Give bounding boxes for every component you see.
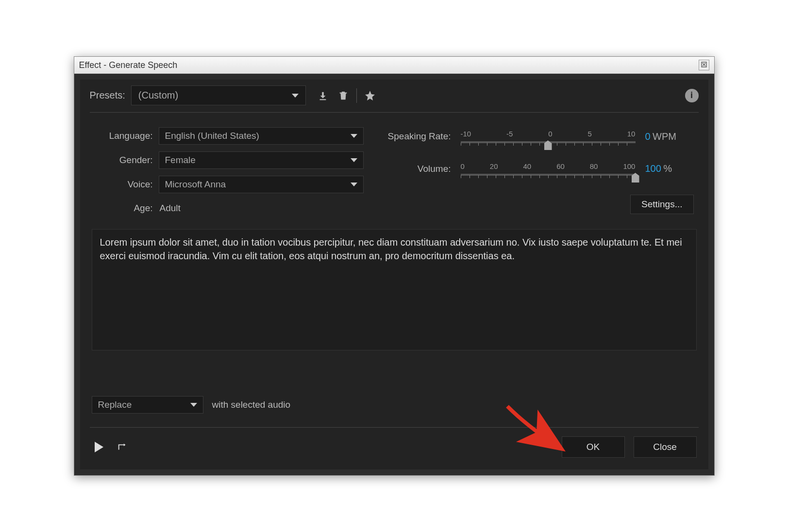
voice-settings-column: Language: English (United States) Gender… xyxy=(95,127,364,216)
voice-dropdown[interactable]: Microsoft Anna xyxy=(159,176,364,193)
footer: OK Close xyxy=(90,427,699,460)
dialog-title: Effect - Generate Speech xyxy=(79,60,178,70)
presets-label: Presets: xyxy=(90,90,125,101)
gender-dropdown[interactable]: Female xyxy=(159,151,364,169)
speaking-rate-thumb[interactable] xyxy=(544,140,552,150)
age-value: Adult xyxy=(159,200,364,216)
chevron-down-icon xyxy=(351,134,357,138)
speech-text-input[interactable] xyxy=(92,229,697,350)
slider-column: Speaking Rate: -10 -5 0 5 10 xyxy=(378,127,694,216)
volume-label: Volume: xyxy=(378,164,451,174)
age-label: Age: xyxy=(95,203,153,214)
volume-ticks: 0 20 40 60 80 100 xyxy=(461,162,636,170)
ok-button[interactable]: OK xyxy=(562,436,625,458)
language-value: English (United States) xyxy=(165,131,259,141)
window-close-button[interactable] xyxy=(699,60,709,70)
gender-label: Gender: xyxy=(95,155,153,166)
volume-thumb[interactable] xyxy=(632,173,639,183)
replace-mode-dropdown[interactable]: Replace xyxy=(92,396,203,414)
delete-preset-icon[interactable] xyxy=(336,88,351,103)
chevron-down-icon xyxy=(351,183,357,186)
titlebar: Effect - Generate Speech xyxy=(74,57,714,74)
replace-mode-value: Replace xyxy=(98,399,132,410)
info-icon[interactable]: i xyxy=(685,89,699,102)
volume-value[interactable]: 100 xyxy=(645,163,661,174)
language-dropdown[interactable]: English (United States) xyxy=(159,127,364,145)
chevron-down-icon xyxy=(292,94,299,98)
play-icon xyxy=(95,442,103,452)
close-button[interactable]: Close xyxy=(634,436,697,458)
presets-value: (Custom) xyxy=(138,90,178,101)
toolbar: Presets: (Custom) xyxy=(90,85,699,113)
volume-slider[interactable]: 0 20 40 60 80 100 xyxy=(461,162,636,176)
speaking-rate-unit: WPM xyxy=(653,131,676,142)
speaking-rate-slider[interactable]: -10 -5 0 5 10 xyxy=(461,130,636,143)
language-label: Language: xyxy=(95,131,153,141)
gender-value: Female xyxy=(165,155,196,166)
play-button[interactable] xyxy=(92,440,106,454)
loop-button[interactable] xyxy=(115,440,130,454)
chevron-down-icon xyxy=(190,403,197,407)
volume-readout: 100 % xyxy=(645,163,694,174)
favorite-icon[interactable] xyxy=(363,88,377,103)
speaking-rate-readout: 0 WPM xyxy=(645,131,694,142)
bottom-options: Replace with selected audio xyxy=(90,391,699,420)
chevron-down-icon xyxy=(351,158,357,162)
effect-dialog: Effect - Generate Speech Presets: (Custo… xyxy=(74,56,715,476)
close-icon xyxy=(701,61,707,69)
settings-button[interactable]: Settings... xyxy=(630,195,694,214)
presets-dropdown[interactable]: (Custom) xyxy=(131,85,306,105)
volume-unit: % xyxy=(663,163,672,174)
replace-suffix-label: with selected audio xyxy=(212,399,291,410)
toolbar-divider xyxy=(356,88,357,103)
speaking-rate-label: Speaking Rate: xyxy=(378,131,451,142)
speaking-rate-value[interactable]: 0 xyxy=(645,131,651,142)
save-preset-icon[interactable] xyxy=(316,88,330,103)
voice-value: Microsoft Anna xyxy=(165,179,226,190)
speaking-rate-ticks: -10 -5 0 5 10 xyxy=(461,130,636,138)
voice-label: Voice: xyxy=(95,179,153,190)
